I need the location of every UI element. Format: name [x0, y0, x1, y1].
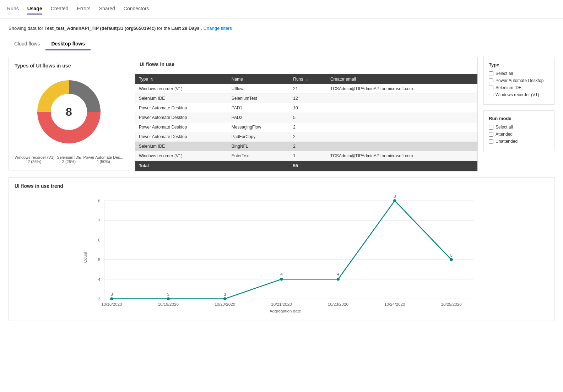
runmode-filter-label: Attended [496, 132, 513, 137]
cell-type: Windows recorder (V1) [135, 151, 228, 161]
runmode-filter-label: Select all [496, 125, 513, 130]
x-axis-label: Aggregation date [270, 309, 301, 313]
point-5 [337, 278, 340, 281]
cell-name: MessagingFlow [228, 123, 289, 132]
header-row: Type ⇅ Name Runs ⌄ Creator email [135, 74, 477, 84]
cell-type: Power Automate Desktop [135, 103, 228, 113]
nav-item-connectors[interactable]: Connectors [124, 4, 149, 15]
table-row: Selenium IDESeleniumTest12 [135, 94, 477, 103]
table-panel-title: UI flows in use [135, 57, 477, 70]
table-body: Windows recorder (V1)UIflow21TCSAdmin@TI… [135, 84, 477, 161]
svg-text:6: 6 [98, 238, 101, 242]
subtitle-suffix: . [201, 26, 202, 31]
cell-email: TCSAdmin@TIPAdminAPI.onmicrosoft.com [327, 151, 477, 161]
x-label-6: 10/24/2020 [384, 302, 405, 306]
point-3 [223, 297, 227, 300]
footer-label: Total [135, 161, 228, 171]
type-sort-arrow: ⇅ [150, 77, 153, 81]
val-label-7: 5 [450, 253, 453, 257]
type-filter-option[interactable]: Selenium IDE [489, 85, 549, 90]
cell-type: Power Automate Desktop [135, 113, 228, 123]
runmode-filter-box: Run mode Select allAttendedUnattended [483, 110, 554, 151]
col-type[interactable]: Type ⇅ [135, 74, 228, 84]
type-filter-box: Type Select allPower Automate DesktopSel… [483, 57, 554, 105]
runmode-filter-checkbox[interactable] [489, 125, 493, 130]
point-2 [167, 297, 170, 300]
donut-panel-title: Types of UI flows in use [15, 63, 123, 69]
table-header: Type ⇅ Name Runs ⌄ Creator email [135, 74, 477, 84]
cell-name: EnterText [228, 151, 289, 161]
cell-email [327, 103, 477, 113]
cell-email [327, 132, 477, 142]
type-filter-options: Select allPower Automate DesktopSelenium… [489, 71, 549, 97]
val-label-5: 4 [337, 272, 340, 276]
table-row: Power Automate DesktopPAD25 [135, 113, 477, 123]
donut-labels: Windows recorder (V1) 2 (25%) Selenium I… [15, 155, 123, 164]
cell-runs: 2 [289, 142, 327, 151]
cell-type: Selenium IDE [135, 142, 228, 151]
footer-total: 55 [289, 161, 327, 171]
donut-label-windows: Windows recorder (V1) 2 (25%) [15, 155, 54, 164]
val-label-3: 3 [224, 292, 226, 296]
x-label-1: 10/16/2020 [101, 302, 122, 306]
col-name[interactable]: Name [228, 74, 289, 84]
runmode-filter-option[interactable]: Attended [489, 132, 549, 137]
cell-email [327, 142, 477, 151]
point-7 [450, 258, 453, 261]
cell-runs: 2 [289, 132, 327, 142]
flow-tab-desktop-flows[interactable]: Desktop flows [45, 38, 91, 50]
nav-item-shared[interactable]: Shared [99, 4, 115, 15]
type-filter-checkbox[interactable] [489, 86, 493, 90]
cell-email [327, 123, 477, 132]
val-label-1: 3 [110, 292, 113, 296]
cell-runs: 10 [289, 103, 327, 113]
type-filter-checkbox[interactable] [489, 71, 493, 76]
table-panel: UI flows in use Type ⇅ Name Runs ⌄ [135, 57, 478, 172]
cell-name: UIflow [228, 84, 289, 94]
runmode-filter-option[interactable]: Unattended [489, 139, 549, 144]
svg-text:7: 7 [98, 218, 101, 223]
runmode-filter-option[interactable]: Select all [489, 125, 549, 130]
type-filter-label: Select all [496, 71, 513, 76]
nav-item-runs[interactable]: Runs [7, 4, 19, 15]
runmode-filter-checkbox[interactable] [489, 132, 493, 137]
subtitle-bold: Test_test_AdminAPI_TIP (default)31 (org5… [44, 26, 156, 31]
change-filters-link[interactable]: Change filters [204, 26, 232, 31]
nav-item-created[interactable]: Created [51, 4, 69, 15]
cell-runs: 5 [289, 113, 327, 123]
flow-tabs: Cloud flowsDesktop flows [9, 38, 554, 50]
point-4 [280, 278, 283, 281]
type-filter-option[interactable]: Power Automate Desktop [489, 78, 549, 83]
type-filter-option[interactable]: Select all [489, 71, 549, 76]
cell-runs: 21 [289, 84, 327, 94]
y-axis-label: Count [83, 251, 87, 263]
nav-item-usage[interactable]: Usage [27, 4, 42, 15]
cell-name: PadForCopy [228, 132, 289, 142]
x-label-3: 10/20/2020 [215, 302, 236, 306]
donut-panel: Types of UI flows in use 8 W [9, 57, 129, 170]
type-filter-checkbox[interactable] [489, 93, 493, 97]
type-filter-option[interactable]: Windows recorder (V1) [489, 92, 549, 97]
point-6 [393, 199, 396, 202]
x-label-5: 10/23/2020 [328, 302, 349, 306]
val-label-6: 8 [394, 194, 396, 198]
type-filter-checkbox[interactable] [489, 78, 493, 83]
val-label-2: 3 [167, 292, 170, 296]
runmode-filter-title: Run mode [489, 116, 549, 121]
trend-panel-title: UI flows in use trend [15, 183, 548, 189]
table-row: Windows recorder (V1)EnterText1TCSAdmin@… [135, 151, 477, 161]
cell-type: Power Automate Desktop [135, 123, 228, 132]
runmode-filter-checkbox[interactable] [489, 139, 493, 144]
x-label-7: 10/25/2020 [441, 302, 462, 306]
flow-tab-cloud-flows[interactable]: Cloud flows [9, 38, 45, 50]
trend-line [112, 201, 451, 299]
table-footer: Total 55 [135, 161, 477, 171]
cell-type: Selenium IDE [135, 94, 228, 103]
col-runs[interactable]: Runs ⌄ [289, 74, 327, 84]
trend-svg: Count 3 4 5 6 7 8 [15, 193, 548, 314]
type-filter-title: Type [489, 62, 549, 67]
nav-item-errors[interactable]: Errors [77, 4, 91, 15]
donut-label-power: Power Automate Des... 4 (50%) [83, 155, 124, 164]
table-row: Selenium IDEBingNFL2 [135, 142, 477, 151]
donut-center-value: 8 [66, 105, 72, 119]
